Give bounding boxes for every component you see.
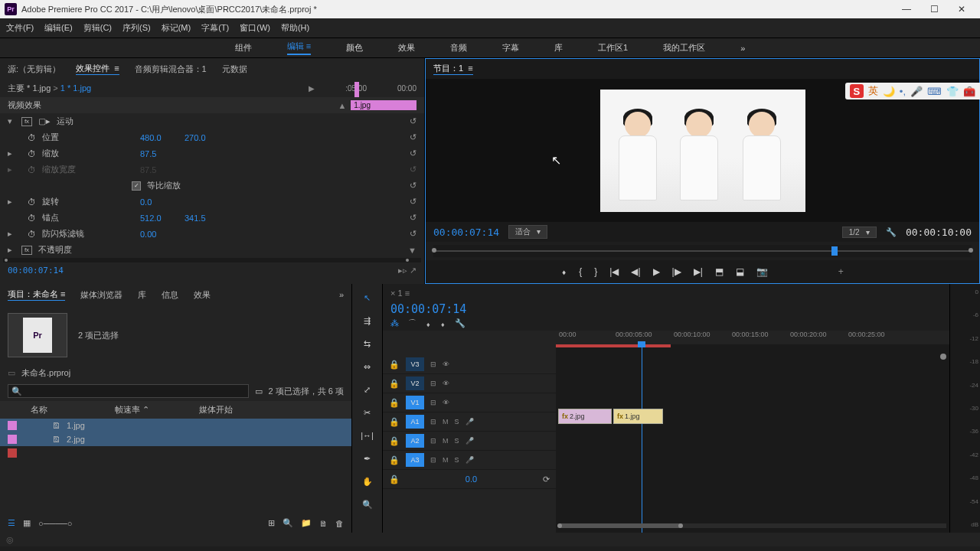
slip-tool-icon[interactable]: |↔| [360,428,375,443]
mark-in-icon[interactable]: ⬧ [561,266,567,277]
eye-icon[interactable]: 👁 [443,399,449,406]
menu-window[interactable]: 窗口(W) [240,22,270,34]
track-a1[interactable]: A1 [406,415,424,429]
col-start[interactable]: 媒体开始 [199,404,233,416]
reset-icon[interactable]: ↺ [410,197,416,207]
ws-overflow-icon[interactable]: » [740,44,745,53]
menu-help[interactable]: 帮助(H) [281,22,309,34]
sync-lock-icon[interactable]: ⊟ [430,399,436,406]
eye-icon[interactable]: 👁 [443,360,449,368]
tab-metadata[interactable]: 元数据 [222,64,247,75]
maximize-button[interactable]: ☐ [920,0,948,18]
wrench-icon[interactable]: 🔧 [886,227,897,237]
ws-titles[interactable]: 字幕 [502,42,519,54]
track-select-tool-icon[interactable]: ⇶ [360,313,375,328]
tab-info[interactable]: 信息 [162,289,178,301]
menu-title[interactable]: 字幕(T) [201,22,229,34]
reset-icon[interactable]: ↺ [410,116,416,126]
go-out-icon[interactable]: ▶| [694,266,703,277]
fx-flicker-value[interactable]: 0.00 [140,230,178,239]
fx-badge-icon[interactable]: fx [21,117,32,126]
tab-media-browser[interactable]: 媒体浏览器 [80,289,122,301]
track-v2[interactable]: V2 [406,377,424,390]
fit-dropdown[interactable]: 适合 ▾ [508,225,547,239]
fx-clip-chip[interactable]: 1.jpg [351,100,416,110]
scroll-down-icon[interactable]: ▼ [408,246,416,255]
lift-icon[interactable]: ⬒ [715,266,724,277]
menu-marker[interactable]: 标记(M) [162,22,191,34]
sync-lock-icon[interactable]: ⊟ [430,380,436,387]
time-ruler[interactable]: 00:00 00:00:05:00 00:00:10:00 00:00:15:0… [556,331,949,344]
rate-tool-icon[interactable]: ⤢ [360,382,375,397]
fx-badge-icon[interactable]: fx [21,246,32,255]
overflow-icon[interactable]: » [339,290,344,299]
list-item[interactable]: 🖻 2.jpg [0,432,351,446]
seq-menu-icon[interactable]: × 1 ≡ [390,289,410,298]
expand-icon[interactable]: ▸ [8,148,15,158]
track-a2[interactable]: A2 [406,434,424,448]
step-fwd-icon[interactable]: |▶ [672,266,681,277]
work-area-bar[interactable] [556,344,671,347]
vscroll-handle[interactable] [940,354,946,360]
new-item-icon[interactable]: 🗎 [319,519,328,528]
reset-icon[interactable]: ↺ [410,148,416,158]
selection-tool-icon[interactable]: ↖ [360,290,375,305]
marker-icon[interactable]: ⬧ [426,319,431,328]
export-frame-icon[interactable]: 📷 [756,266,768,277]
hscroll[interactable] [559,523,946,528]
in-bracket-icon[interactable]: { [579,266,582,277]
pen-tool-icon[interactable]: ✒ [360,451,375,466]
keyboard-icon[interactable]: ⌨ [927,86,942,97]
mask-icon[interactable]: ▢▸ [38,116,51,126]
ws-effects[interactable]: 效果 [398,42,415,54]
list-view-icon[interactable]: ☰ [8,518,15,528]
col-rate[interactable]: 帧速率 ⌃ [115,404,191,416]
stopwatch-icon[interactable]: ⏱ [28,197,36,207]
fx-play-arrow-icon[interactable]: ▶ [309,84,315,93]
tab-library[interactable]: 库 [138,289,146,301]
lock-icon[interactable]: 🔒 [389,436,400,446]
stopwatch-icon[interactable]: ⏱ [28,149,36,158]
ime-lang[interactable]: 英 [868,84,878,98]
col-name[interactable]: 名称 [8,404,107,416]
clip-1jpg[interactable]: fx1.jpg [613,409,663,424]
filter-icon[interactable]: ▭ [255,386,263,396]
new-bin-icon[interactable]: 📁 [301,518,312,528]
out-bracket-icon[interactable]: } [594,266,597,277]
lock-icon[interactable]: 🔒 [389,474,400,484]
track-a3[interactable]: A3 [406,453,424,467]
minimize-button[interactable]: — [893,0,920,18]
marker-add-icon[interactable]: ⬧ [440,319,446,328]
ws-mine[interactable]: 我的工作区 [663,42,705,54]
lock-icon[interactable]: 🔒 [389,360,400,370]
reset-icon[interactable]: ↺ [410,181,416,191]
tab-source[interactable]: 源:（无剪辑） [8,64,60,75]
loop-icon[interactable]: ⟳ [543,474,550,484]
program-tab[interactable]: 节目：1 ≡ [433,63,473,75]
timeline-area[interactable]: 00:00 00:00:05:00 00:00:10:00 00:00:15:0… [556,331,949,533]
tab-project[interactable]: 项目：未命名 ≡ [8,289,65,301]
fx-tools-icon[interactable]: ▸▹ ↗ [398,266,416,276]
program-monitor[interactable] [426,79,979,222]
fx-playhead[interactable] [354,82,359,97]
fx-instance-clip[interactable]: 1 * 1.jpg [60,83,91,93]
stopwatch-icon[interactable]: ⏱ [28,133,36,142]
menu-file[interactable]: 文件(F) [6,22,34,34]
moon-icon[interactable]: 🌙 [883,86,895,97]
menu-edit[interactable]: 编辑(E) [44,22,73,34]
snap-icon[interactable]: ⁂ [390,318,399,328]
reset-icon[interactable]: ↺ [410,229,416,239]
fx-position-x[interactable]: 480.0 [140,133,178,142]
find-icon[interactable]: 🔍 [283,518,293,528]
ws-custom1[interactable]: 工作区1 [598,42,628,54]
tab-effects-panel[interactable]: 效果 [194,289,211,301]
menu-clip[interactable]: 剪辑(C) [83,22,112,34]
tab-audio-mixer[interactable]: 音频剪辑混合器：1 [135,64,207,75]
sync-lock-icon[interactable]: ⊟ [430,360,436,368]
extract-icon[interactable]: ⬓ [736,266,744,277]
zoom-tool-icon[interactable]: 🔍 [360,497,375,512]
zoom-dropdown[interactable]: 1/2 ▾ [842,227,877,238]
fx-rotation-value[interactable]: 0.0 [140,197,178,207]
fx-anchor-y[interactable]: 341.5 [185,214,223,223]
list-item[interactable] [0,446,351,460]
